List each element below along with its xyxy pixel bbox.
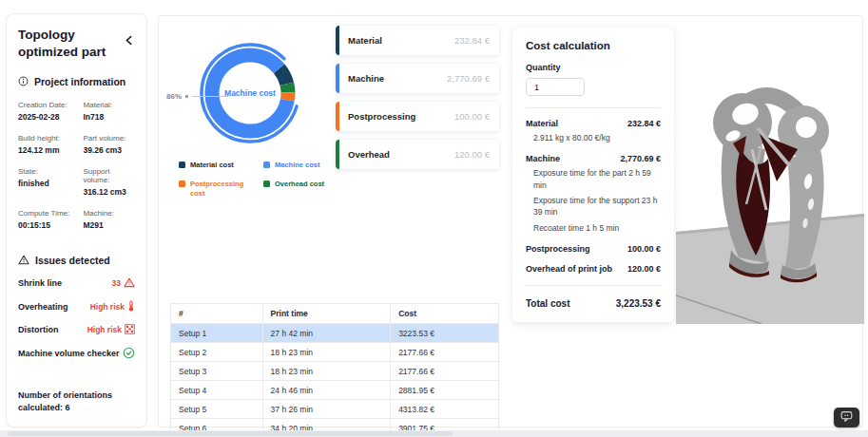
- legend-swatch: [179, 162, 185, 168]
- legend-item-overhead[interactable]: Overhead cost: [263, 180, 338, 199]
- issue-distortion[interactable]: Distortion High risk: [18, 324, 135, 336]
- issue-value: High risk: [87, 325, 122, 334]
- calc-line-material: Material 232.84 €: [526, 119, 661, 128]
- col-header-setup: #: [171, 304, 263, 324]
- calc-line-machine: Machine 2,770.69 €: [526, 154, 661, 163]
- card-color-bar: [336, 102, 339, 131]
- cost-breakdown-cards: Material 232.84 € Machine 2,770.69 € Pos…: [336, 26, 499, 169]
- cost-calculation-title: Cost calculation: [526, 40, 661, 51]
- issues-heading: Issues detected: [18, 255, 135, 267]
- issue-value: High risk: [90, 302, 125, 312]
- issue-machine-volume-checker[interactable]: Machine volume checker: [18, 347, 135, 361]
- part-render: [676, 37, 864, 324]
- chat-bubble-icon: [840, 409, 853, 427]
- donut-callout: 86%: [166, 92, 228, 101]
- issue-value: 33: [112, 278, 121, 288]
- legend-swatch: [179, 180, 185, 187]
- check-circle-icon: [123, 347, 135, 361]
- cost-card-material[interactable]: Material 232.84 €: [336, 26, 499, 55]
- warning-triangle-icon: [124, 277, 135, 290]
- callout-line: [192, 96, 228, 97]
- project-info-grid: Creation Date:2025-02-28 Material:In718 …: [18, 101, 135, 230]
- chart-legend: Material cost Machine cost Postprocessin…: [179, 161, 338, 198]
- cost-card-machine[interactable]: Machine 2,770.69 €: [336, 64, 499, 93]
- thermometer-icon: [127, 300, 135, 314]
- divider: [526, 107, 661, 108]
- info-field: Material:In718: [83, 101, 137, 122]
- calc-detail: Exposure time for the support 23 h 39 mi…: [533, 195, 661, 218]
- cost-donut-chart: Machine cost 86%: [159, 16, 339, 159]
- warning-triangle-icon: [18, 255, 29, 267]
- calc-line-postprocessing: Postprocessing 100.00 €: [526, 244, 661, 254]
- quantity-input[interactable]: [526, 78, 585, 96]
- card-color-bar: [336, 26, 339, 55]
- legend-item-material[interactable]: Material cost: [179, 161, 254, 170]
- cost-card-overhead[interactable]: Overhead 120.00 €: [336, 140, 499, 169]
- cost-calculation-panel: Cost calculation Quantity Material 232.8…: [512, 28, 674, 322]
- table-row[interactable]: Setup 424 h 46 min2881.95 €: [171, 381, 499, 400]
- legend-item-postprocessing[interactable]: Postprocessing cost: [179, 180, 254, 199]
- callout-dot: [185, 95, 188, 98]
- table-row[interactable]: Setup 127 h 42 min3223.53 €: [171, 324, 499, 343]
- calc-detail: Exposure time for the part 2 h 59 min: [533, 167, 661, 191]
- calc-detail: 2.911 kg x 80.00 €/kg: [533, 132, 661, 143]
- info-field: Machine:M291: [83, 209, 137, 230]
- info-field: Support volume:316.12 cm3: [83, 167, 137, 197]
- issue-shrink-line[interactable]: Shrink line 33: [18, 277, 135, 290]
- horizontal-scrollbar[interactable]: [0, 430, 868, 437]
- scrollbar-thumb[interactable]: [8, 431, 453, 436]
- orientations-note: Number of orientations calculated: 6: [18, 390, 118, 415]
- info-field: Creation Date:2025-02-28: [18, 101, 81, 122]
- col-header-cost: Cost: [391, 304, 499, 324]
- info-field: State:finished: [18, 167, 81, 197]
- divider: [526, 285, 661, 286]
- table-row[interactable]: Setup 318 h 23 min2177.66 €: [171, 362, 499, 381]
- info-field: Build height:124.12 mm: [18, 134, 81, 155]
- page-title: Topology optimized part: [18, 27, 121, 61]
- table-row[interactable]: Setup 537 h 26 min4313.82 €: [171, 400, 499, 419]
- issue-overheating[interactable]: Overheating High risk: [18, 300, 135, 314]
- cost-card-postprocessing[interactable]: Postprocessing 100.00 €: [336, 102, 499, 131]
- col-header-print-time: Print time: [262, 304, 391, 324]
- total-cost-row: Total cost 3,223.53 €: [526, 298, 661, 309]
- legend-swatch: [263, 180, 270, 187]
- callout-percent: 86%: [166, 92, 182, 101]
- card-color-bar: [336, 64, 339, 93]
- chevron-left-icon[interactable]: [123, 30, 135, 51]
- info-field: Part volume:39.26 cm3: [83, 134, 137, 155]
- project-info-heading: Project information: [18, 76, 135, 88]
- setups-table: # Print time Cost Setup 127 h 42 min3223…: [170, 303, 499, 437]
- feedback-chat-button[interactable]: [834, 408, 859, 428]
- project-sidebar: Topology optimized part Project informat…: [6, 13, 147, 428]
- calc-detail: Recoater time 1 h 5 min: [533, 222, 661, 234]
- quantity-label: Quantity: [526, 63, 661, 72]
- part-3d-viewport[interactable]: [676, 37, 864, 324]
- legend-item-machine[interactable]: Machine cost: [263, 161, 338, 170]
- card-color-bar: [336, 140, 339, 169]
- application-window: Topology optimized part Project informat…: [0, 0, 868, 437]
- legend-swatch: [263, 162, 270, 168]
- table-row[interactable]: Setup 218 h 23 min2177.66 €: [171, 343, 499, 362]
- calc-line-overhead: Overhead of print job 120.00 €: [526, 264, 661, 274]
- main-panel: Machine cost 86% Material cost Machine c…: [158, 15, 863, 428]
- info-icon: [18, 76, 29, 88]
- distortion-grid-icon: [125, 324, 135, 336]
- table-header-row: # Print time Cost: [171, 304, 499, 324]
- info-field: Compute Time:00:15:15: [18, 209, 81, 230]
